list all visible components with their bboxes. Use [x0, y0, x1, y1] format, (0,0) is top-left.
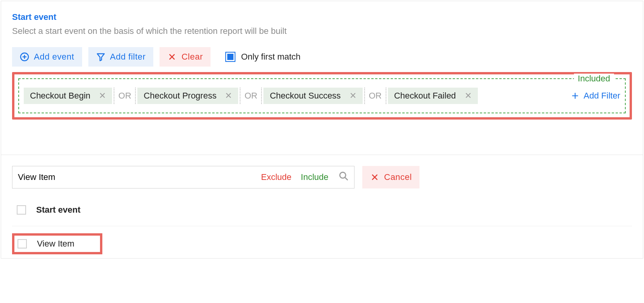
event-chip-label: Checkout Progress: [144, 91, 216, 101]
only-first-match-label: Only first match: [241, 52, 300, 62]
add-filter-button[interactable]: Add filter: [88, 47, 154, 67]
clear-label: Clear: [181, 52, 203, 62]
event-chip[interactable]: Checkout Failed ✕: [388, 88, 478, 104]
thin-divider: [12, 226, 632, 226]
event-chip[interactable]: Checkout Begin ✕: [24, 88, 112, 104]
or-separator: OR: [364, 88, 386, 104]
event-chip-label: Checkout Success: [270, 91, 340, 101]
exclude-action[interactable]: Exclude: [256, 172, 296, 182]
remove-chip-icon[interactable]: ✕: [99, 91, 106, 101]
result-item-label[interactable]: View Item: [37, 239, 74, 249]
remove-chip-icon[interactable]: ✕: [465, 91, 472, 101]
search-input[interactable]: [12, 166, 256, 188]
or-separator: OR: [240, 88, 262, 104]
svg-line-9: [345, 177, 347, 180]
search-box: Exclude Include: [12, 166, 354, 188]
section-title: Start event: [12, 12, 632, 22]
event-chip[interactable]: Checkout Progress ✕: [137, 88, 238, 104]
event-chip[interactable]: Checkout Success ✕: [263, 88, 362, 104]
or-separator: OR: [114, 88, 136, 104]
add-filter-label: Add filter: [110, 52, 146, 62]
close-icon: [167, 52, 177, 62]
toolbar: Add event Add filter Clear: [12, 47, 632, 67]
add-filter-link-label: Add Filter: [584, 91, 620, 101]
checkbox-empty-icon[interactable]: [18, 239, 27, 248]
cancel-label: Cancel: [384, 172, 412, 182]
included-highlight: Included Checkout Begin ✕ OR Checkout Pr…: [12, 72, 632, 120]
result-item-highlight: View Item: [12, 233, 102, 254]
included-group: Included Checkout Begin ✕ OR Checkout Pr…: [18, 78, 626, 113]
include-action[interactable]: Include: [296, 172, 333, 182]
clear-button[interactable]: Clear: [160, 47, 211, 67]
remove-chip-icon[interactable]: ✕: [225, 91, 232, 101]
search-row: Exclude Include Cancel: [12, 166, 632, 188]
add-filter-link[interactable]: Add Filter: [563, 91, 620, 101]
start-event-panel: Start event Select a start event on the …: [1, 1, 643, 259]
event-chip-row: Checkout Begin ✕ OR Checkout Progress ✕ …: [24, 88, 478, 104]
plus-icon: [570, 91, 580, 100]
checkbox-empty-icon[interactable]: [17, 205, 26, 215]
search-icon[interactable]: [333, 171, 354, 183]
only-first-match-checkbox[interactable]: Only first match: [225, 52, 300, 62]
result-group-label: Start event: [36, 205, 81, 215]
add-event-button[interactable]: Add event: [12, 47, 82, 67]
add-event-label: Add event: [34, 52, 74, 62]
event-chip-label: Checkout Failed: [394, 91, 456, 101]
event-chip-label: Checkout Begin: [30, 91, 90, 101]
remove-chip-icon[interactable]: ✕: [349, 91, 356, 101]
filter-icon: [96, 52, 105, 62]
svg-marker-3: [97, 54, 104, 61]
close-icon: [370, 173, 379, 182]
section-description: Select a start event on the basis of whi…: [12, 26, 632, 36]
cancel-button[interactable]: Cancel: [362, 166, 419, 188]
result-group-header[interactable]: Start event: [12, 201, 632, 219]
checkbox-icon: [225, 52, 235, 62]
included-title: Included: [574, 74, 614, 84]
plus-circle-icon: [20, 52, 29, 62]
